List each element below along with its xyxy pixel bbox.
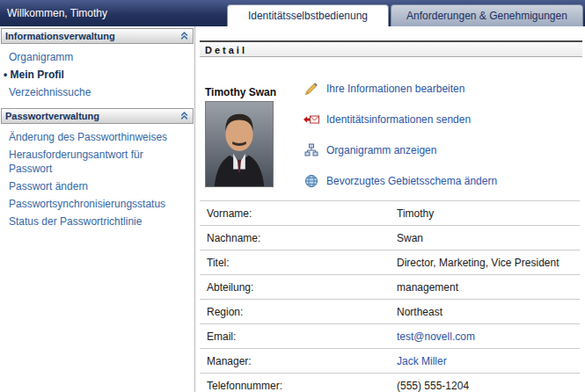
sidebar-item-herausforderungsantwort[interactable]: Herausforderungsantwort für Passwort [0, 146, 194, 178]
field-label: Manager: [200, 349, 395, 374]
table-row: Abteilung: management [200, 275, 580, 300]
send-identity-info-link[interactable]: Identitätsinformationen senden [303, 104, 497, 134]
sidebar-list-informationsverwaltung: Organigramm Mein Profil Verzeichnissuche [0, 44, 194, 106]
detail-section-header: Detail [200, 40, 582, 57]
field-label: Vorname: [200, 201, 395, 226]
table-row: Email: test@novell.com [200, 324, 580, 349]
sidebar-section-passwortverwaltung[interactable]: Passwortverwaltung [1, 108, 194, 124]
table-row: Nachname: Swan [200, 226, 580, 250]
org-chart-icon [303, 143, 319, 157]
profile-fields-table: Vorname: Timothy Nachname: Swan Titel: D… [200, 200, 580, 392]
action-label: Bevorzugtes Gebietsschema ändern [326, 175, 497, 187]
field-value: (555) 555-1204 [395, 374, 580, 392]
sidebar-item-passwortsynchronisierungsstatus[interactable]: Passwortsynchronisierungsstatus [0, 195, 194, 213]
profile-name: Timothy Swan [205, 86, 276, 98]
sidebar-item-mein-profil[interactable]: Mein Profil [0, 66, 194, 83]
show-org-chart-link[interactable]: Organigramm anzeigen [303, 134, 497, 165]
tab-label: Anforderungen & Genehmigungen [406, 10, 567, 22]
field-label: Region: [200, 300, 395, 324]
profile-photo [205, 101, 274, 187]
change-locale-link[interactable]: Bevorzugtes Gebietsschema ändern [303, 165, 497, 196]
sidebar-item-verzeichnissuche[interactable]: Verzeichnissuche [0, 83, 194, 101]
field-value: Timothy [395, 201, 580, 226]
sidebar: Informationsverwaltung Organigramm Mein … [0, 26, 195, 392]
pencil-icon [303, 82, 319, 96]
field-value: Northeast [395, 300, 580, 324]
email-link[interactable]: test@novell.com [397, 330, 475, 343]
table-row: Telefonnummer: (555) 555-1204 [200, 374, 580, 392]
action-label: Ihre Informationen bearbeiten [326, 83, 464, 95]
table-row: Region: Northeast [200, 300, 580, 324]
edit-information-link[interactable]: Ihre Informationen bearbeiten [303, 73, 497, 104]
table-row: Manager: Jack Miller [200, 349, 580, 374]
manager-link[interactable]: Jack Miller [397, 355, 447, 367]
sidebar-section-informationsverwaltung[interactable]: Informationsverwaltung [1, 28, 194, 44]
field-label: Titel: [200, 250, 395, 275]
tab-identitaetsselbstbedienung[interactable]: Identitätsselbstbedienung [227, 4, 389, 26]
profile-actions: Ihre Informationen bearbeiten Identitäts… [303, 73, 497, 196]
table-row: Vorname: Timothy [200, 201, 580, 226]
field-label: Telefonnummer: [200, 374, 395, 392]
field-value: management [395, 275, 580, 300]
action-label: Identitätsinformationen senden [326, 113, 471, 126]
tab-anforderungen-genehmigungen[interactable]: Anforderungen & Genehmigungen [391, 4, 583, 26]
section-title: Passwortverwaltung [5, 111, 99, 121]
sidebar-item-label: Mein Profil [11, 69, 64, 81]
table-row: Titel: Director, Marketing, Vice Preside… [200, 250, 580, 275]
main-content: Detail Timothy Swan [196, 26, 585, 392]
sidebar-item-organigramm[interactable]: Organigramm [0, 48, 194, 66]
double-chevron-up-icon [179, 111, 189, 122]
section-title: Informationsverwaltung [5, 31, 115, 41]
sidebar-list-passwortverwaltung: Änderung des Passworthinweises Herausfor… [0, 124, 194, 236]
welcome-text: Willkommen, Timothy [7, 7, 107, 19]
tab-label: Identitätsselbstbedienung [248, 10, 368, 22]
action-label: Organigramm anzeigen [326, 144, 436, 156]
send-mail-icon [303, 113, 319, 126]
field-label: Abteilung: [200, 275, 395, 300]
globe-icon [303, 174, 319, 188]
field-value: Director, Marketing, Vice President [395, 250, 580, 275]
sidebar-item-passwort-aendern[interactable]: Passwort ändern [0, 178, 194, 195]
field-value: Swan [395, 226, 580, 250]
profile-section: Timothy Swan [196, 57, 585, 200]
page-title: Detail [205, 45, 247, 55]
double-chevron-up-icon [179, 31, 189, 42]
field-label: Email: [200, 324, 395, 349]
sidebar-item-aenderung-passworthinweis[interactable]: Änderung des Passworthinweises [0, 128, 194, 146]
field-label: Nachname: [200, 226, 395, 250]
sidebar-item-status-passwortrichtlinie[interactable]: Status der Passwortrichtlinie [0, 213, 194, 230]
